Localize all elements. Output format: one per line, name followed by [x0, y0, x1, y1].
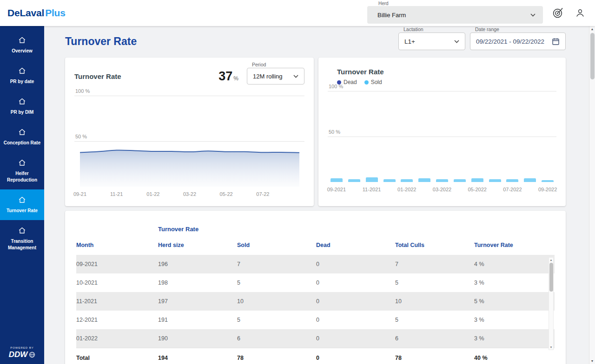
sidebar-item-label: Transition Management	[2, 238, 42, 251]
table-cell: 10	[237, 298, 316, 305]
sidebar-item-overview[interactable]: Overview	[0, 30, 44, 60]
scroll-up-arrow[interactable]: ▲	[591, 26, 594, 32]
home-icon	[18, 66, 26, 75]
sidebar-item-heifer-reproduction[interactable]: Heifer Reproduction	[0, 152, 44, 189]
sold-bar	[383, 179, 396, 182]
x-axis-label: 07-22	[256, 191, 269, 197]
date-range-input[interactable]: Date range 09/22/2021 - 09/22/2022	[470, 32, 566, 50]
period-select-label: Period	[252, 62, 266, 67]
page-scrollbar[interactable]: ▲ ▼	[589, 26, 595, 364]
goals-target-button[interactable]	[550, 6, 565, 20]
filters: Lactation L1+ Date range 09/22/2021 - 09…	[398, 31, 566, 50]
sold-bars	[328, 91, 556, 182]
turnover-table-card: Turnover Rate MonthHerd sizeSoldDeadTota…	[65, 211, 566, 364]
sidebar-item-turnover-rate[interactable]: Turnover Rate	[0, 189, 44, 220]
trend-card-title: Turnover Rate	[74, 72, 121, 80]
scroll-down-arrow[interactable]: ▼	[550, 345, 553, 350]
table-cell: 5	[395, 317, 474, 323]
sidebar-item-pr-by-date[interactable]: PR by date	[0, 60, 44, 91]
legend-item-sold[interactable]: Sold	[364, 79, 382, 85]
scroll-up-arrow[interactable]: ▲	[550, 258, 553, 262]
sidebar-item-pr-by-dim[interactable]: PR by DIM	[0, 91, 44, 122]
table-cell: 01-2022	[76, 335, 158, 342]
dead-sold-bar-plot: 100 % 50 %	[328, 91, 556, 182]
lactation-select[interactable]: Lactation L1+	[398, 32, 465, 50]
table-cell: 191	[158, 317, 237, 323]
chevron-down-icon	[530, 13, 536, 17]
y-axis-label-100: 100 %	[75, 88, 90, 94]
page-title: Turnover Rate	[65, 35, 137, 48]
sold-bar	[471, 178, 483, 182]
main-content: Turnover Rate Lactation L1+ Date range 0…	[44, 26, 589, 364]
sold-bar	[454, 179, 466, 182]
sidebar: OverviewPR by datePR by DIMConception Ra…	[0, 26, 44, 364]
charts-row: Turnover Rate 37 % Period 12M rolling 10…	[65, 58, 566, 206]
sidebar-item-label: Overview	[12, 48, 32, 54]
sidebar-item-conception-rate[interactable]: Conception Rate	[0, 122, 44, 152]
table-total-cell: 0	[316, 355, 395, 361]
x-axis-label: 07-2022	[503, 187, 522, 192]
app-logo: DeLavalPlus	[7, 7, 66, 19]
period-select-value: 12M rolling	[253, 73, 283, 80]
trend-card-header: Turnover Rate 37 % Period 12M rolling	[74, 68, 304, 84]
x-axis-label: 03-2022	[433, 187, 451, 192]
ddw-logo: DDW	[9, 350, 36, 359]
home-icon	[18, 226, 26, 235]
target-icon	[552, 7, 564, 19]
bar-card-title: Turnover Rate	[337, 68, 556, 76]
table-row: 11-2021197100105 %	[76, 292, 555, 311]
user-profile-button[interactable]	[573, 6, 588, 20]
chevron-down-icon	[454, 40, 459, 43]
table-row: 10-20211985053 %	[76, 273, 555, 292]
home-icon	[18, 158, 26, 167]
sold-bar	[366, 177, 378, 182]
table-cell: 5	[395, 280, 474, 286]
sold-bar	[489, 179, 501, 182]
table-row: 01-20221906063 %	[76, 329, 555, 348]
scrollbar-thumb[interactable]	[590, 33, 595, 79]
brand-primary: DeLaval	[7, 7, 44, 18]
home-icon	[18, 36, 26, 45]
home-icon	[18, 195, 26, 204]
chevron-down-icon	[293, 75, 298, 78]
x-axis-label: 09-2021	[327, 187, 346, 192]
date-range-value: 09/22/2021 - 09/22/2022	[476, 38, 544, 45]
sidebar-footer: POWERED BY DDW	[0, 346, 44, 364]
table-cell: 09-2021	[76, 261, 158, 267]
table-total-cell: Total	[76, 355, 158, 361]
area-fill	[80, 150, 299, 187]
table-total-cell: 40 %	[474, 355, 555, 361]
line-x-axis: 09-2111-2101-2203-2205-2207-22	[74, 191, 304, 199]
sold-bar	[331, 178, 343, 182]
top-header: DeLavalPlus Herd Billie Farm	[0, 0, 595, 26]
period-select[interactable]: Period 12M rolling	[247, 68, 304, 84]
sidebar-item-transition-management[interactable]: Transition Management	[0, 220, 44, 257]
sidebar-item-label: PR by DIM	[11, 109, 33, 116]
scroll-down-arrow[interactable]: ▼	[591, 358, 594, 364]
sold-bar	[524, 178, 536, 182]
table-cell: 0	[316, 280, 395, 286]
table-cell: 0	[316, 335, 395, 342]
page-header-row: Turnover Rate Lactation L1+ Date range 0…	[65, 31, 566, 50]
y-axis-label-100: 100 %	[329, 84, 343, 89]
table-cell: 7	[395, 261, 474, 267]
x-axis-label: 09-21	[73, 191, 86, 197]
table-cell: 190	[158, 335, 237, 342]
sold-bar	[418, 178, 430, 182]
table-cell: 3 %	[474, 280, 555, 286]
herd-select[interactable]: Herd Billie Farm	[367, 6, 543, 24]
table-total-cell: 78	[395, 355, 474, 361]
sidebar-item-label: Turnover Rate	[7, 208, 38, 214]
home-icon	[18, 97, 26, 106]
table-cell: 10	[395, 298, 474, 305]
table-scrollbar[interactable]: ▲ ▼	[549, 257, 554, 350]
table-total-cell: 194	[158, 355, 237, 361]
table-cell: 5 %	[474, 298, 555, 305]
table-cell: 4 %	[474, 261, 555, 267]
sold-bar	[542, 180, 554, 182]
table-total-row: Total1947807840 %	[76, 348, 555, 364]
x-axis-label: 11-2021	[363, 187, 381, 192]
legend-label: Sold	[371, 79, 382, 85]
turnover-line-chart	[74, 96, 303, 187]
scrollbar-thumb[interactable]	[549, 263, 553, 292]
